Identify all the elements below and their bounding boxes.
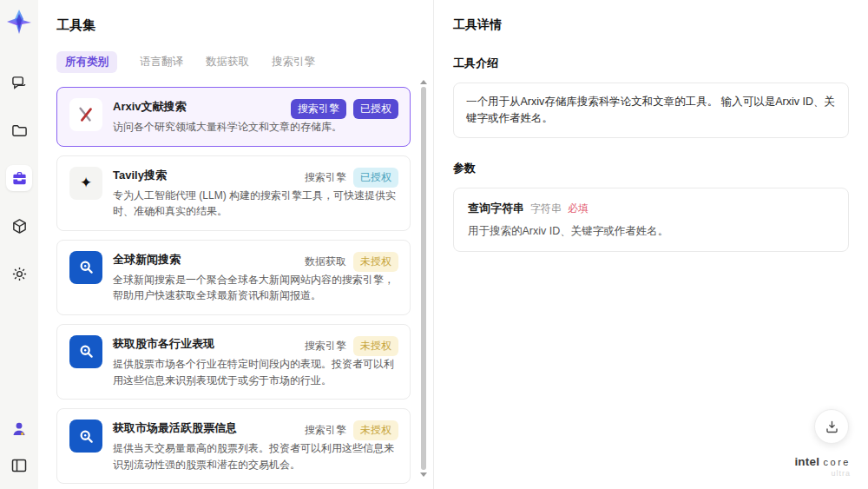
- tool-status-badge: 未授权: [353, 420, 398, 440]
- ultra-logo-text: ultra: [794, 470, 851, 479]
- search-blue-icon: [69, 335, 102, 368]
- tool-list-item-1[interactable]: ✦ Tavily搜索 专为人工智能代理 (LLM) 构建的搜索引擎工具，可快速提…: [56, 155, 411, 231]
- tool-list-item-3[interactable]: 获取股市各行业表现 提供股票市场各个行业在特定时间段内的表现。投资者可以利用这些…: [56, 324, 411, 400]
- core-logo-text: core: [824, 457, 851, 467]
- left-icon-rail: [0, 0, 38, 489]
- tool-desc: 全球新闻搜索是一个聚合全球各大新闻网站内容的搜索引擎，帮助用户快速获取全球最新资…: [113, 272, 398, 304]
- download-icon: [825, 420, 839, 434]
- param-required-badge: 必填: [568, 202, 589, 216]
- params-heading: 参数: [453, 161, 849, 176]
- tool-status-badge: 已授权: [353, 168, 398, 188]
- app-window: 工具集 所有类别语言翻译数据获取搜索引擎 Arxiv文献搜索 访问各个研究领域大…: [0, 0, 868, 489]
- tool-list-item-0[interactable]: Arxiv文献搜索 访问各个研究领域大量科学论文和文章的存储库。 搜索引擎已授权: [56, 87, 411, 147]
- rail-bottom: [6, 416, 32, 479]
- tool-badges: 搜索引擎未授权: [305, 336, 398, 356]
- user-avatar-icon[interactable]: [6, 416, 32, 442]
- intro-heading: 工具介绍: [453, 56, 849, 71]
- toolbox-icon[interactable]: [6, 165, 32, 191]
- tool-badges: 数据获取未授权: [305, 252, 398, 272]
- tab-1[interactable]: 语言翻译: [140, 51, 183, 73]
- tool-desc: 提供当天交易量最高的股票列表。投资者可以利用这些信息来识别流动性强的股票和潜在的…: [113, 440, 398, 472]
- tool-category-badge: 搜索引擎: [305, 339, 346, 354]
- intel-core-logo: intel core ultra: [794, 453, 851, 479]
- tab-0[interactable]: 所有类别: [56, 51, 117, 73]
- param-type: 字符串: [530, 202, 562, 216]
- app-logo-icon: [6, 9, 32, 35]
- scrollbar-up-arrow-icon[interactable]: [420, 80, 427, 84]
- tool-status-badge: 已授权: [353, 99, 398, 119]
- param-name: 查询字符串: [468, 201, 524, 216]
- tool-detail-panel: 工具详情 工具介绍 一个用于从Arxiv存储库搜索科学论文和文章的工具。 输入可…: [434, 0, 868, 489]
- arxiv-icon: [69, 98, 102, 131]
- sparkle-icon: ✦: [69, 167, 102, 200]
- cube-icon[interactable]: [6, 213, 32, 239]
- gear-icon[interactable]: [6, 261, 32, 287]
- search-blue-icon: [69, 251, 102, 284]
- tool-badges: 搜索引擎已授权: [291, 99, 398, 119]
- scrollbar-down-arrow-icon[interactable]: [420, 472, 427, 477]
- download-button[interactable]: [814, 409, 849, 444]
- list-scrollbar[interactable]: [420, 80, 427, 477]
- tab-3[interactable]: 搜索引擎: [272, 51, 315, 73]
- folder-icon[interactable]: [6, 117, 32, 143]
- tool-category-badge: 搜索引擎: [305, 423, 346, 438]
- tool-status-badge: 未授权: [353, 252, 398, 272]
- chat-icon[interactable]: [6, 69, 32, 96]
- tool-badges: 搜索引擎已授权: [305, 168, 398, 188]
- tool-status-badge: 未授权: [353, 336, 398, 356]
- param-head: 查询字符串 字符串 必填: [468, 201, 834, 216]
- tool-category-badge: 搜索引擎: [305, 170, 346, 185]
- tool-desc: 提供股票市场各个行业在特定时间段内的表现。投资者可以利用这些信息来识别表现优于或…: [113, 356, 398, 388]
- rail-nav: [6, 69, 32, 287]
- page-title: 工具集: [56, 17, 411, 34]
- tool-list: Arxiv文献搜索 访问各个研究领域大量科学论文和文章的存储库。 搜索引擎已授权…: [56, 87, 411, 489]
- tool-category-badge: 搜索引擎: [291, 99, 346, 119]
- category-tabs: 所有类别语言翻译数据获取搜索引擎: [56, 51, 411, 73]
- search-blue-icon: [69, 420, 102, 453]
- tool-desc: 专为人工智能代理 (LLM) 构建的搜索引擎工具，可快速提供实时、准确和真实的结…: [113, 188, 398, 220]
- detail-title: 工具详情: [453, 17, 849, 33]
- tool-list-panel: 工具集 所有类别语言翻译数据获取搜索引擎 Arxiv文献搜索 访问各个研究领域大…: [38, 0, 434, 489]
- intel-logo-text: intel: [794, 455, 819, 468]
- tool-intro-text: 一个用于从Arxiv存储库搜索科学论文和文章的工具。 输入可以是Arxiv ID…: [453, 83, 849, 138]
- tool-list-item-4[interactable]: 获取市场最活跃股票信息 提供当天交易量最高的股票列表。投资者可以利用这些信息来识…: [56, 408, 411, 484]
- collapse-panel-icon[interactable]: [6, 453, 32, 479]
- tool-list-item-2[interactable]: 全球新闻搜索 全球新闻搜索是一个聚合全球各大新闻网站内容的搜索引擎，帮助用户快速…: [56, 240, 411, 315]
- param-desc: 用于搜索的Arxiv ID、关键字或作者姓名。: [468, 224, 834, 239]
- scrollbar-thumb[interactable]: [421, 87, 426, 470]
- param-card: 查询字符串 字符串 必填 用于搜索的Arxiv ID、关键字或作者姓名。: [453, 188, 849, 252]
- tab-2[interactable]: 数据获取: [206, 51, 249, 73]
- tool-badges: 搜索引擎未授权: [305, 420, 398, 440]
- tool-category-badge: 数据获取: [305, 254, 346, 269]
- tool-desc: 访问各个研究领域大量科学论文和文章的存储库。: [113, 119, 398, 135]
